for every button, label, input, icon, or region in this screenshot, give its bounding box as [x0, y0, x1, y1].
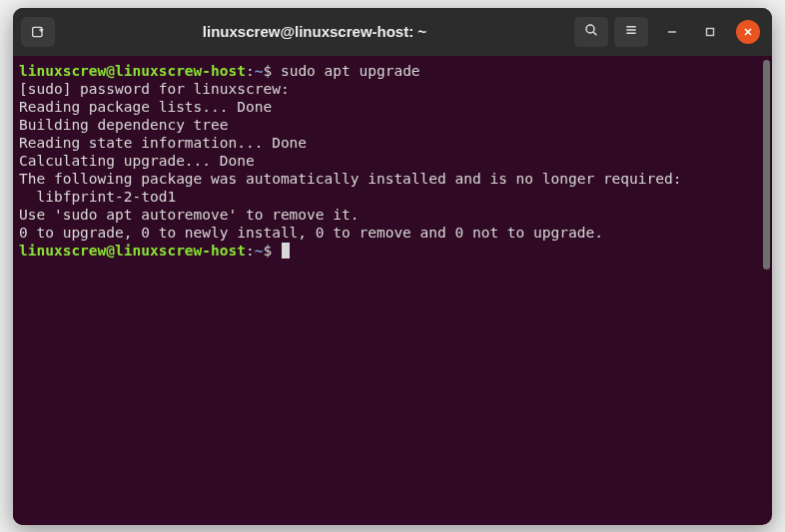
titlebar: linuxscrew@linuxscrew-host: ~: [13, 8, 772, 56]
window-title: linuxscrew@linuxscrew-host: ~: [61, 23, 568, 40]
menu-button[interactable]: [614, 17, 648, 47]
new-tab-button[interactable]: [21, 17, 55, 47]
svg-point-3: [586, 25, 594, 33]
prompt-colon: :: [246, 63, 255, 79]
output-line: Calculating upgrade... Done: [19, 153, 255, 169]
minimize-icon: [667, 22, 677, 41]
close-button[interactable]: [736, 20, 760, 44]
close-icon: [743, 22, 753, 41]
output-line: 0 to upgrade, 0 to newly install, 0 to r…: [19, 225, 603, 241]
output-line: libfprint-2-tod1: [19, 189, 176, 205]
minimize-button[interactable]: [660, 20, 684, 44]
window-controls: [660, 20, 760, 44]
terminal-window: linuxscrew@linuxscrew-host: ~: [13, 8, 772, 525]
prompt-user-host: linuxscrew@linuxscrew-host: [19, 243, 246, 259]
search-icon: [583, 22, 599, 42]
terminal-area: linuxscrew@linuxscrew-host:~$ sudo apt u…: [13, 56, 772, 525]
scrollbar[interactable]: [762, 56, 772, 525]
output-line: Use 'sudo apt autoremove' to remove it.: [19, 207, 359, 223]
svg-rect-0: [33, 27, 42, 36]
cursor: [282, 243, 290, 259]
scrollbar-thumb[interactable]: [763, 60, 770, 269]
svg-rect-9: [707, 29, 714, 36]
prompt-user-host: linuxscrew@linuxscrew-host: [19, 63, 246, 79]
output-line: Reading state information... Done: [19, 135, 307, 151]
svg-line-4: [593, 32, 596, 35]
search-button[interactable]: [574, 17, 608, 47]
maximize-icon: [705, 22, 715, 41]
command-text: sudo apt upgrade: [281, 63, 420, 79]
maximize-button[interactable]: [698, 20, 722, 44]
prompt-symbol: $: [263, 63, 272, 79]
output-line: Building dependency tree: [19, 117, 229, 133]
output-line: The following package was automatically …: [19, 171, 681, 187]
terminal-output[interactable]: linuxscrew@linuxscrew-host:~$ sudo apt u…: [13, 56, 762, 525]
output-line: [sudo] password for linuxscrew:: [19, 81, 290, 97]
prompt-symbol: $: [263, 243, 272, 259]
hamburger-icon: [623, 22, 639, 42]
output-line: Reading package lists... Done: [19, 99, 272, 115]
prompt-colon: :: [246, 243, 255, 259]
